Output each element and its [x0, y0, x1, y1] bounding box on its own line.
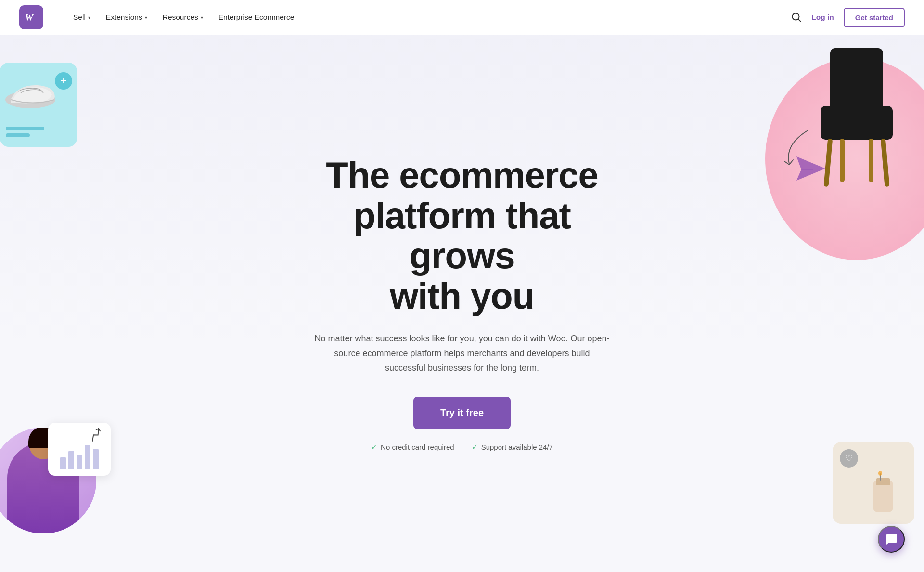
- hero-badges: ✓ No credit card required ✓ Support avai…: [298, 442, 626, 452]
- nav-links: Sell ▾ Extensions ▾ Resources ▾ Enterpri…: [66, 9, 791, 26]
- bar-5: [93, 449, 99, 469]
- hero-title: The ecommerce platform that grows with y…: [298, 155, 626, 316]
- svg-rect-8: [821, 106, 893, 140]
- chair-decoration: [804, 48, 910, 217]
- svg-rect-9: [823, 139, 833, 187]
- check-icon: ✓: [371, 442, 377, 452]
- bar-3: [77, 455, 82, 469]
- chevron-down-icon: ▾: [145, 15, 147, 20]
- product-card-right: ♡: [833, 442, 914, 524]
- hero-subtitle: No matter what success looks like for yo…: [313, 331, 611, 376]
- card-price-lines: [6, 127, 44, 137]
- search-icon[interactable]: [791, 12, 802, 23]
- bar-2: [68, 451, 74, 469]
- chevron-down-icon: ▾: [88, 15, 90, 20]
- svg-rect-7: [830, 48, 883, 111]
- nav-enterprise[interactable]: Enterprise Ecommerce: [212, 9, 301, 26]
- svg-rect-10: [881, 139, 890, 187]
- get-started-button[interactable]: Get started: [844, 8, 905, 27]
- product-card-left: +: [0, 63, 77, 147]
- svg-rect-14: [876, 478, 890, 485]
- bar-4: [85, 445, 90, 469]
- bar-1: [60, 457, 66, 469]
- chat-button[interactable]: [878, 526, 905, 553]
- svg-rect-12: [869, 139, 873, 182]
- shoe-illustration: [4, 75, 62, 111]
- nav-resources[interactable]: Resources ▾: [156, 9, 210, 26]
- svg-text:W: W: [25, 13, 34, 23]
- woo-logo: W: [19, 5, 43, 29]
- hero-content: The ecommerce platform that grows with y…: [289, 155, 635, 452]
- check-icon: ✓: [472, 442, 478, 452]
- chart-widget: [48, 423, 111, 476]
- no-credit-card-badge: ✓ No credit card required: [371, 442, 454, 452]
- chat-icon: [885, 533, 898, 546]
- chevron-down-icon: ▾: [201, 15, 203, 20]
- svg-point-16: [878, 471, 882, 476]
- heart-icon: ♡: [840, 449, 858, 468]
- support-badge: ✓ Support available 24/7: [472, 442, 553, 452]
- nav-sell[interactable]: Sell ▾: [66, 9, 97, 26]
- bar-chart: [60, 440, 99, 469]
- logo-link[interactable]: W: [19, 5, 43, 29]
- svg-line-3: [798, 19, 801, 22]
- nav-right: Log in Get started: [791, 8, 905, 27]
- login-link[interactable]: Log in: [811, 13, 834, 22]
- hero-section: +: [0, 0, 924, 572]
- navbar: W Sell ▾ Extensions ▾ Resources ▾ Enterp…: [0, 0, 924, 35]
- nav-extensions[interactable]: Extensions ▾: [99, 9, 154, 26]
- product-illustration: [861, 471, 905, 519]
- svg-rect-11: [840, 139, 845, 182]
- try-it-free-button[interactable]: Try it free: [413, 397, 511, 429]
